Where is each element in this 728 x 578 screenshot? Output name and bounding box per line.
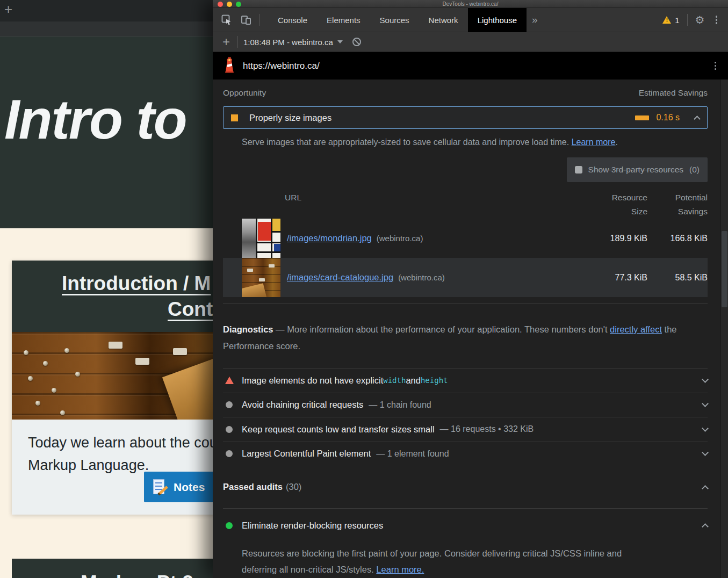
- passed-audit-description: Resources are blocking the first paint o…: [242, 545, 708, 577]
- table-row: /images/card-catalogue.jpg (webintro.ca)…: [223, 258, 708, 297]
- lesson-text-line1: Today we learn about the course, and: [28, 420, 213, 454]
- neutral-circle-icon: [226, 401, 233, 408]
- scrollbar-thumb[interactable]: [722, 231, 727, 307]
- chevron-up-icon[interactable]: [694, 115, 701, 122]
- section-divider: [223, 508, 708, 509]
- mondrian-thumbnail: [242, 219, 280, 258]
- window-controls: [218, 2, 241, 7]
- report-scrollbar[interactable]: [720, 80, 728, 578]
- resource-table-header: URL Resource Size Potential Savings: [223, 191, 708, 219]
- new-report-button[interactable]: +: [222, 34, 230, 50]
- resource-host: (webintro.ca): [377, 234, 587, 243]
- report-kebab-menu-icon[interactable]: [711, 61, 720, 71]
- devtools-titlebar: DevTools - webintro.ca/: [213, 0, 728, 8]
- devtools-tabbar: Console Elements Sources Network Lightho…: [213, 8, 728, 32]
- show-third-party-toggle[interactable]: Show 3rd-party resources (0): [567, 157, 708, 182]
- diagnostic-lcp-element[interactable]: Largest Contentful Paint element — 1 ele…: [223, 442, 708, 466]
- learn-more-link[interactable]: Learn more: [572, 138, 616, 147]
- diagnostic-request-counts[interactable]: Keep request counts low and transfer siz…: [223, 417, 708, 442]
- toolbar-separator: [259, 14, 260, 26]
- chevron-up-icon[interactable]: [702, 523, 709, 530]
- potential-savings: 166.8 KiB: [647, 234, 708, 243]
- open-drawer: [162, 332, 213, 420]
- opportunity-column-header: Opportunity: [223, 88, 266, 98]
- code-height: height: [421, 376, 448, 385]
- devtools-window: DevTools - webintro.ca/ Console Elements…: [213, 0, 728, 578]
- resource-host: (webintro.ca): [398, 273, 587, 282]
- more-tabs-icon[interactable]: »: [527, 14, 543, 26]
- checkbox-icon[interactable]: [575, 166, 582, 174]
- chevron-up-icon[interactable]: [702, 485, 709, 492]
- minimize-window-icon[interactable]: [227, 2, 232, 7]
- learn-more-link[interactable]: Learn more.: [376, 565, 424, 574]
- tab-network[interactable]: Network: [419, 8, 468, 32]
- page-title: Intro to: [4, 88, 186, 151]
- report-url-bar: https://webintro.ca/: [213, 52, 728, 80]
- resource-link[interactable]: /images/mondrian.jpg: [287, 233, 372, 243]
- clear-reports-icon[interactable]: [351, 37, 362, 47]
- section-divider: [223, 303, 708, 304]
- close-window-icon[interactable]: [218, 2, 223, 7]
- background-webpage: + Intro to Introduction / M Cont: [0, 0, 213, 578]
- inspect-element-icon[interactable]: [221, 15, 232, 25]
- device-toolbar-icon[interactable]: [241, 15, 251, 25]
- audit-description: Serve images that are appropriately-size…: [242, 136, 708, 149]
- browser-tab-strip: +: [0, 0, 213, 21]
- warning-count: 1: [675, 16, 679, 25]
- window-title: DevTools - webintro.ca/: [443, 1, 499, 7]
- browser-toolbar: [0, 21, 213, 37]
- tab-sources[interactable]: Sources: [370, 8, 419, 32]
- tab-lighthouse[interactable]: Lighthouse: [468, 8, 527, 32]
- audit-properly-size-images[interactable]: Properly size images 0.16 s: [223, 106, 708, 129]
- zoom-window-icon[interactable]: [236, 2, 241, 7]
- settings-gear-icon[interactable]: ⚙: [695, 13, 705, 26]
- fail-triangle-icon: [225, 377, 234, 384]
- passed-audit-render-blocking[interactable]: Eliminate render-blocking resources: [223, 513, 708, 538]
- estimated-savings-column-header: Estimated Savings: [639, 88, 708, 98]
- resource-link[interactable]: /images/card-catalogue.jpg: [287, 272, 393, 283]
- resource-size: 189.9 KiB: [587, 234, 647, 243]
- lighthouse-report: Opportunity Estimated Savings Properly s…: [213, 80, 728, 578]
- lesson-heading-line2: Cont: [168, 298, 213, 321]
- url-column-header: URL: [285, 191, 587, 219]
- neutral-circle-icon: [226, 450, 233, 457]
- chevron-down-icon: [337, 40, 343, 44]
- savings-value: 0.16 s: [656, 113, 680, 122]
- report-selector-dropdown[interactable]: 1:08:48 PM - webintro.ca: [243, 38, 343, 47]
- chevron-down-icon[interactable]: [702, 376, 709, 383]
- console-warnings-button[interactable]: 1: [662, 16, 679, 25]
- lighthouse-run-toolbar: + 1:08:48 PM - webintro.ca: [213, 32, 728, 52]
- lesson-heading-line1: Introduction / M: [62, 272, 211, 295]
- new-tab-icon[interactable]: +: [0, 0, 213, 18]
- directly-affect-link[interactable]: directly affect: [610, 324, 662, 334]
- kebab-menu-icon[interactable]: [712, 15, 721, 25]
- chevron-down-icon[interactable]: [702, 449, 709, 456]
- potential-savings: 58.5 KiB: [647, 273, 708, 283]
- page-content: Introduction / M Cont Today we learn ab: [0, 228, 213, 578]
- tab-console[interactable]: Console: [268, 8, 317, 32]
- lighthouse-logo-icon: [224, 57, 235, 75]
- notes-button[interactable]: Notes: [144, 472, 213, 502]
- notes-button-label: Notes: [174, 481, 205, 494]
- savings-bar: [635, 115, 649, 120]
- chevron-down-icon[interactable]: [702, 425, 709, 432]
- passed-audits-section-header[interactable]: Passed audits (30): [223, 482, 708, 492]
- lesson-card: Introduction / M Cont Today we learn ab: [12, 261, 213, 515]
- diagnostic-image-dimensions[interactable]: Image elements do not have explicit widt…: [223, 368, 708, 393]
- diagnostics-intro: Diagnostics — More information about the…: [223, 321, 708, 355]
- potential-savings-column-header: Potential Savings: [647, 191, 708, 219]
- tab-elements[interactable]: Elements: [317, 8, 370, 32]
- diagnostic-critical-requests[interactable]: Avoid chaining critical requests — 1 cha…: [223, 393, 708, 417]
- report-url: https://webintro.ca/: [243, 61, 711, 71]
- resource-size-column-header: Resource Size: [587, 191, 647, 219]
- notes-icon: [153, 479, 167, 495]
- neutral-circle-icon: [226, 426, 233, 433]
- lesson-card-body: Today we learn about the course, and Mar…: [12, 420, 213, 515]
- chevron-down-icon[interactable]: [702, 400, 709, 407]
- next-lesson-heading: Markup Pt 2: [81, 572, 193, 578]
- next-lesson-card-header: Markup Pt 2: [12, 559, 213, 578]
- table-row: /images/mondrian.jpg (webintro.ca) 189.9…: [223, 219, 708, 258]
- card-catalogue-thumbnail: [242, 258, 280, 297]
- lesson-card-header: Introduction / M Cont: [12, 261, 213, 332]
- code-width: width: [383, 376, 406, 385]
